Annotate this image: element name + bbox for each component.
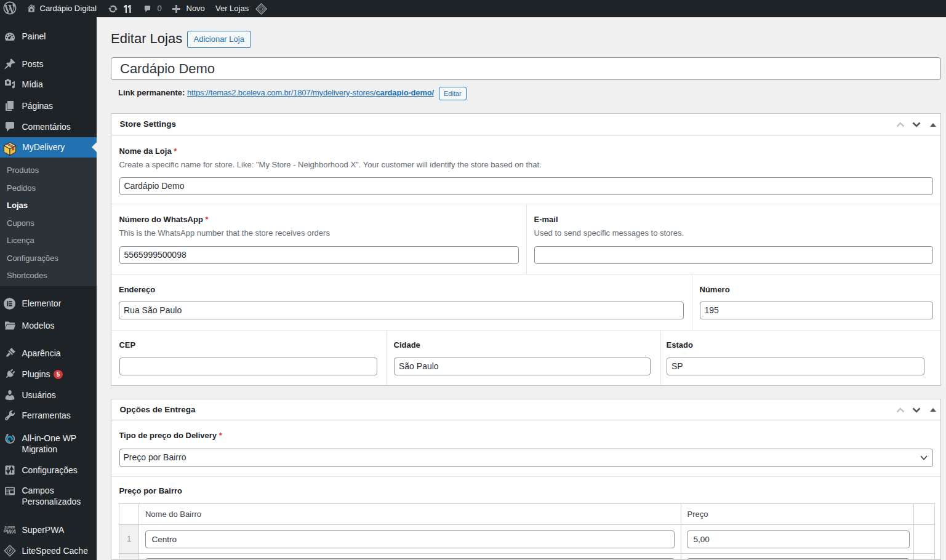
svg-text:PWA: PWA [4,528,17,535]
